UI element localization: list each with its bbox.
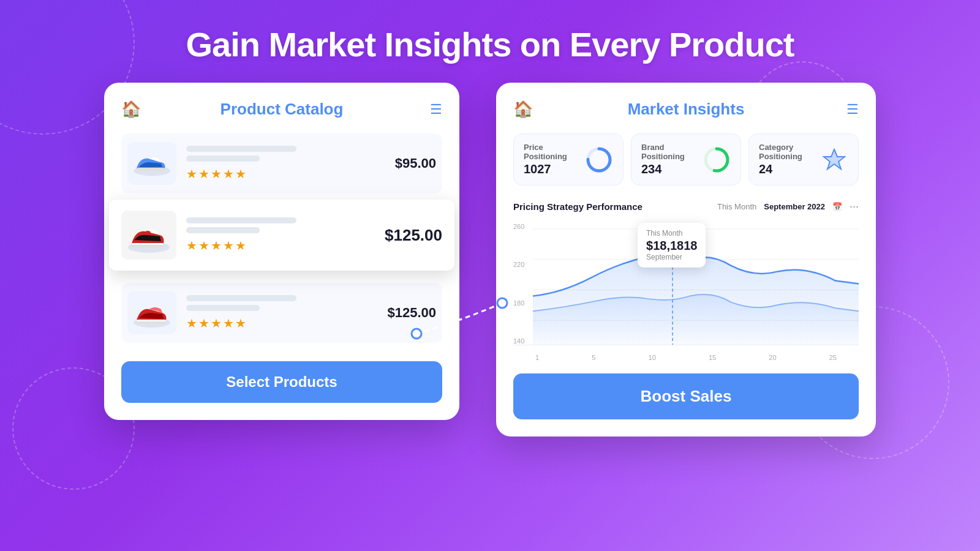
chart-title: Pricing Strategy Performance — [513, 201, 643, 212]
metric-category-value: 24 — [759, 162, 813, 176]
x-label-15: 15 — [709, 354, 716, 361]
product-lines-2 — [186, 217, 375, 233]
insights-panel: 🏠 Market Insights ☰ Price Positioning 10… — [496, 83, 876, 437]
product-price-1: $95.00 — [385, 156, 436, 171]
metric-brand-label: Brand Positioning — [641, 143, 695, 161]
product-image-1 — [127, 142, 176, 185]
product-stars-3: ★★★★★ — [186, 316, 377, 331]
chart-section: Pricing Strategy Performance This Month … — [513, 200, 859, 361]
select-products-button[interactable]: Select Products — [121, 361, 442, 403]
y-label-140: 140 — [513, 337, 533, 345]
calendar-icon[interactable]: 📅 — [832, 202, 842, 211]
category-icon — [820, 146, 848, 174]
panels-container: 🏠 Product Catalog ☰ — [0, 83, 980, 437]
insights-title: Market Insights — [628, 100, 745, 119]
x-label-5: 5 — [592, 354, 595, 361]
shoe-svg-2 — [124, 213, 173, 257]
product-info-3: ★★★★★ — [186, 295, 377, 331]
svg-point-9 — [497, 298, 507, 308]
y-axis-labels: 260 220 180 140 — [513, 223, 533, 345]
y-label-260: 260 — [513, 223, 533, 230]
product-info-2: ★★★★★ — [186, 217, 375, 253]
catalog-header: 🏠 Product Catalog ☰ — [121, 100, 442, 119]
svg-rect-4 — [132, 243, 164, 245]
insights-home-icon: 🏠 — [513, 100, 533, 119]
connector-arrow — [404, 272, 514, 370]
product-lines-3 — [186, 295, 377, 311]
insights-header: 🏠 Market Insights ☰ — [513, 100, 859, 119]
page-title: Gain Market Insights on Every Product — [0, 0, 980, 83]
svg-rect-7 — [137, 320, 166, 321]
svg-rect-1 — [137, 168, 165, 171]
metric-brand-text: Brand Positioning 234 — [641, 143, 695, 176]
product-line-sub-3 — [186, 305, 260, 311]
metric-category-label: Category Positioning — [759, 143, 813, 161]
metric-price-value: 1027 — [524, 162, 578, 176]
product-stars-1: ★★★★★ — [186, 167, 385, 181]
product-line-title-1 — [186, 146, 296, 152]
product-list: ★★★★★ $95.00 — [121, 133, 442, 349]
product-stars-2: ★★★★★ — [186, 238, 375, 253]
metric-price-label: Price Positioning — [524, 143, 578, 161]
y-label-220: 220 — [513, 261, 533, 268]
x-axis-labels: 1 5 10 15 20 25 — [513, 350, 859, 361]
product-line-sub-1 — [186, 156, 260, 162]
y-label-180: 180 — [513, 299, 533, 307]
x-label-20: 20 — [769, 354, 776, 361]
svg-point-8 — [412, 329, 421, 339]
boost-sales-button[interactable]: Boost Sales — [513, 373, 859, 419]
catalog-title: Product Catalog — [221, 100, 344, 119]
shoe-svg-3 — [130, 294, 173, 331]
x-label-1: 1 — [535, 354, 539, 361]
chart-svg — [533, 223, 859, 345]
product-image-2 — [121, 211, 176, 260]
chart-area: 260 220 180 140 — [513, 223, 859, 345]
insights-menu-icon[interactable]: ☰ — [846, 102, 859, 118]
product-image-3 — [127, 291, 176, 334]
chart-period: This Month — [717, 202, 756, 211]
price-donut-icon — [585, 146, 613, 174]
shoe-svg-1 — [130, 145, 173, 182]
x-label-25: 25 — [829, 354, 837, 361]
chart-controls: This Month September 2022 📅 ··· — [717, 200, 859, 213]
product-line-title-3 — [186, 295, 296, 301]
product-price-2: $125.00 — [375, 226, 442, 245]
chart-header: Pricing Strategy Performance This Month … — [513, 200, 859, 213]
metric-price-positioning: Price Positioning 1027 — [513, 133, 624, 186]
x-label-10: 10 — [649, 354, 656, 361]
product-lines-1 — [186, 146, 385, 162]
brand-donut-icon — [703, 146, 731, 174]
product-info-1: ★★★★★ — [186, 146, 385, 181]
chart-date: September 2022 — [764, 202, 825, 211]
metric-brand-positioning: Brand Positioning 234 — [631, 133, 741, 186]
metric-category-positioning: Category Positioning 24 — [748, 133, 859, 186]
metric-price-text: Price Positioning 1027 — [524, 143, 578, 176]
metric-category-text: Category Positioning 24 — [759, 143, 813, 176]
metrics-row: Price Positioning 1027 Brand Positioning… — [513, 133, 859, 186]
more-icon[interactable]: ··· — [850, 200, 859, 213]
svg-point-19 — [669, 256, 676, 263]
catalog-menu-icon[interactable]: ☰ — [430, 102, 442, 118]
catalog-home-icon: 🏠 — [121, 100, 141, 119]
product-item-3[interactable]: ★★★★★ $125.00 — [121, 283, 442, 343]
product-item-1[interactable]: ★★★★★ $95.00 — [121, 133, 442, 193]
metric-brand-value: 234 — [641, 162, 695, 176]
product-line-sub-2 — [186, 227, 260, 233]
product-item-2[interactable]: ★★★★★ $125.00 — [109, 200, 454, 271]
product-line-title-2 — [186, 217, 296, 223]
